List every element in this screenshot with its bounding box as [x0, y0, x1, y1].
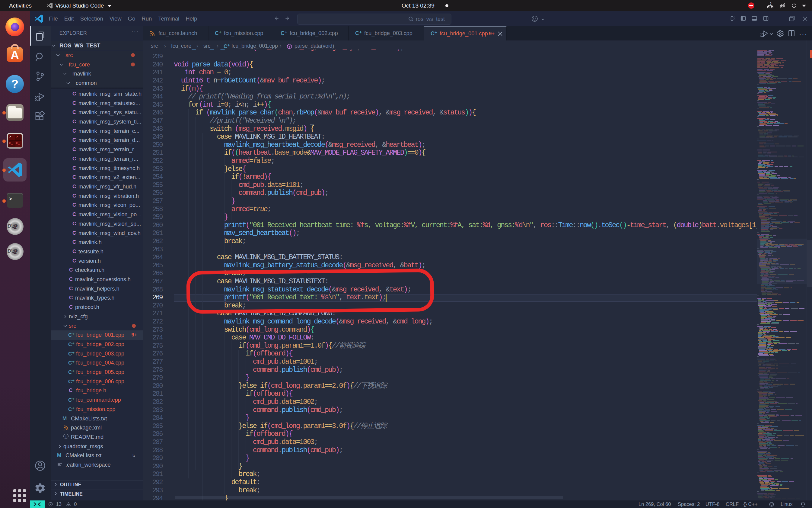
- svg-text:?: ?: [770, 2, 772, 5]
